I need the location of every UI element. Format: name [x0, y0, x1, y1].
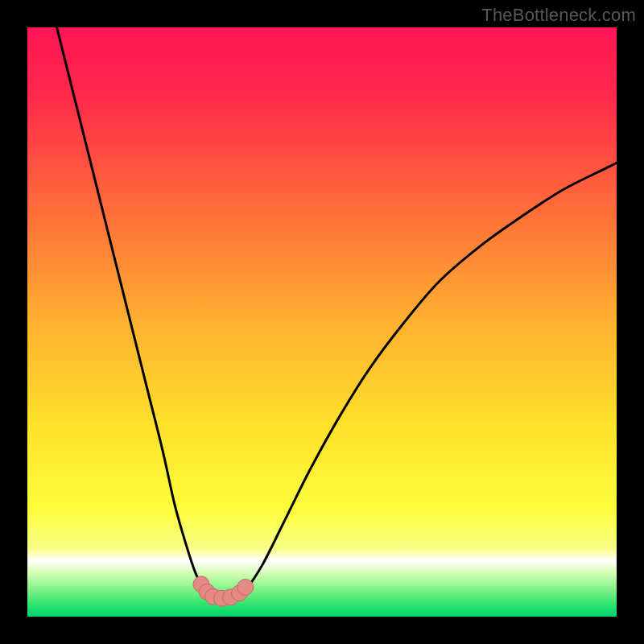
- watermark-text: TheBottleneck.com: [481, 5, 636, 26]
- bottleneck-curve-chart: [27, 27, 617, 617]
- chart-frame: TheBottleneck.com: [0, 0, 644, 644]
- valley-dot: [237, 579, 254, 595]
- gradient-background: [27, 27, 617, 617]
- plot-area: [27, 27, 617, 617]
